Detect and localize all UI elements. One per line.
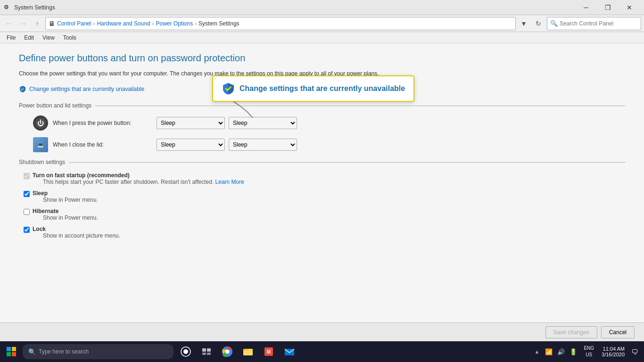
hibernate-label: Hibernate [33,208,98,214]
svg-point-5 [183,349,188,354]
breadcrumb-current: System Settings [198,20,239,27]
svg-rect-2 [7,352,11,356]
menu-view[interactable]: View [39,33,58,42]
svg-rect-9 [207,353,211,355]
fast-startup-checkbox[interactable] [24,173,30,179]
svg-rect-3 [12,352,16,356]
clock-date: 3/16/2020 [602,352,625,357]
hibernate-row: Hibernate Show in Power menu. [24,208,625,221]
lid-select-1[interactable]: Sleep Do nothing Hibernate Shut down [157,139,225,151]
forward-button[interactable]: → [17,17,29,30]
menu-tools[interactable]: Tools [59,33,80,42]
taskbar-sys-icons: 📶 🔊 🔋 [543,346,579,357]
maximize-button[interactable]: ❐ [597,0,619,15]
shutdown-section-title: Shutdown settings [19,159,65,165]
power-button-icon: ⏻ [33,115,48,131]
search-icon: 🔍 [550,20,558,27]
shield-icon-large [222,82,235,95]
clock-time: 11:04 AM [603,346,625,352]
svg-rect-8 [202,353,206,355]
taskbar-search-icon: 🔍 [28,348,36,355]
svg-rect-7 [207,348,211,352]
breadcrumb-power-options[interactable]: Power Options [156,20,193,27]
cancel-button[interactable]: Cancel [601,326,635,338]
lock-label: Lock [33,226,120,232]
taskbar-mail-icon[interactable] [281,341,298,362]
refresh-button[interactable]: ↻ [532,17,545,30]
breadcrumb-control-panel[interactable]: Control Panel [57,20,91,27]
svg-rect-6 [202,348,206,352]
fast-startup-sublabel: This helps start your PC faster after sh… [43,179,244,185]
title-bar-text: System Settings [14,4,575,11]
power-button-row: ⏻ When I press the power button: Sleep D… [19,115,625,131]
windows-icon [7,347,16,356]
lock-sublabel: Show in account picture menu. [43,232,120,239]
svg-point-12 [225,350,229,354]
title-bar-controls: ─ ❐ ✕ [575,0,640,15]
taskbar-right: ▲ 📶 🔊 🔋 ENG US 11:04 AM 3/16/2020 🗨 [533,345,644,358]
lid-select-2[interactable]: Sleep Do nothing Hibernate Shut down [229,139,297,151]
lid-icon: 💻 [33,137,48,152]
tray-expand-icon[interactable]: ▲ [533,347,542,356]
sleep-row: Sleep Show in Power menu. [24,190,625,203]
sleep-sublabel: Show in Power menu. [43,197,98,203]
lock-row: Lock Show in account picture menu. [24,226,625,239]
svg-text:M: M [267,349,271,354]
fast-startup-label: Turn on fast startup (recommended) [33,172,244,179]
shield-icon-small [19,85,26,93]
language-indicator[interactable]: ENG US [581,345,597,358]
taskbar-cortana-icon[interactable] [177,341,194,362]
notification-icon[interactable]: 🗨 [629,346,640,358]
lock-checkbox[interactable] [24,227,30,233]
menu-edit[interactable]: Edit [20,33,38,42]
taskbar-search[interactable]: 🔍 Type here to search [23,344,173,359]
sleep-label: Sleep [33,190,98,197]
search-box: 🔍 [547,17,641,30]
learn-more-link[interactable]: Learn More [215,179,244,185]
up-button[interactable]: ↑ [31,17,43,30]
breadcrumb-bar: 🖥 Control Panel › Hardware and Sound › P… [45,17,516,30]
shutdown-section: Turn on fast startup (recommended) This … [19,172,625,239]
taskbar-taskview-icon[interactable] [198,341,215,362]
back-button[interactable]: ← [3,17,15,30]
power-section-title: Power button and lid settings [19,102,91,109]
bottom-bar: Save changes Cancel [0,322,644,341]
taskbar-explorer-icon[interactable] [239,341,256,362]
power-button-label: When I press the power button: [53,120,157,126]
svg-rect-0 [7,347,11,351]
address-bar: ← → ↑ 🖥 Control Panel › Hardware and Sou… [0,15,644,32]
taskbar: 🔍 Type here to search [0,341,644,362]
lid-label: When I close the lid: [53,141,157,148]
hibernate-sublabel: Show in Power menu. [43,214,98,221]
volume-icon[interactable]: 🔊 [555,346,567,357]
sleep-checkbox[interactable] [24,191,30,197]
menu-bar: File Edit View Tools [0,32,644,43]
save-changes-button[interactable]: Save changes [545,326,597,338]
power-section-divider: Power button and lid settings [19,102,625,109]
svg-rect-16 [285,349,294,355]
battery-icon[interactable]: 🔋 [568,346,579,357]
page-title: Define power buttons and turn on passwor… [19,53,625,64]
taskbar-search-text: Type here to search [39,348,89,355]
taskbar-clock[interactable]: 11:04 AM 3/16/2020 [599,346,627,357]
start-button[interactable] [0,341,23,362]
close-button[interactable]: ✕ [619,0,640,15]
svg-rect-1 [12,347,16,351]
fast-startup-row: Turn on fast startup (recommended) This … [24,172,625,185]
menu-file[interactable]: File [3,33,19,42]
breadcrumb-hardware-sound[interactable]: Hardware and Sound [97,20,150,27]
taskbar-app4-icon[interactable]: M [260,341,277,362]
minimize-button[interactable]: ─ [575,0,597,15]
hibernate-checkbox[interactable] [24,209,30,215]
search-input[interactable] [560,20,638,27]
lid-row: 💻 When I close the lid: Sleep Do nothing… [19,137,625,152]
change-settings-link[interactable]: Change settings that are currently unava… [29,86,144,92]
shutdown-section-divider: Shutdown settings [19,159,625,165]
network-icon[interactable]: 📶 [543,346,554,357]
app-icon: ⚙ [4,4,11,11]
tooltip-popup-text: Change settings that are currently unava… [239,84,405,93]
taskbar-chrome-icon[interactable] [219,341,236,362]
title-bar: ⚙ System Settings ─ ❐ ✕ [0,0,644,15]
dropdown-button[interactable]: ▼ [518,17,530,30]
tooltip-popup: Change settings that are currently unava… [212,75,414,102]
